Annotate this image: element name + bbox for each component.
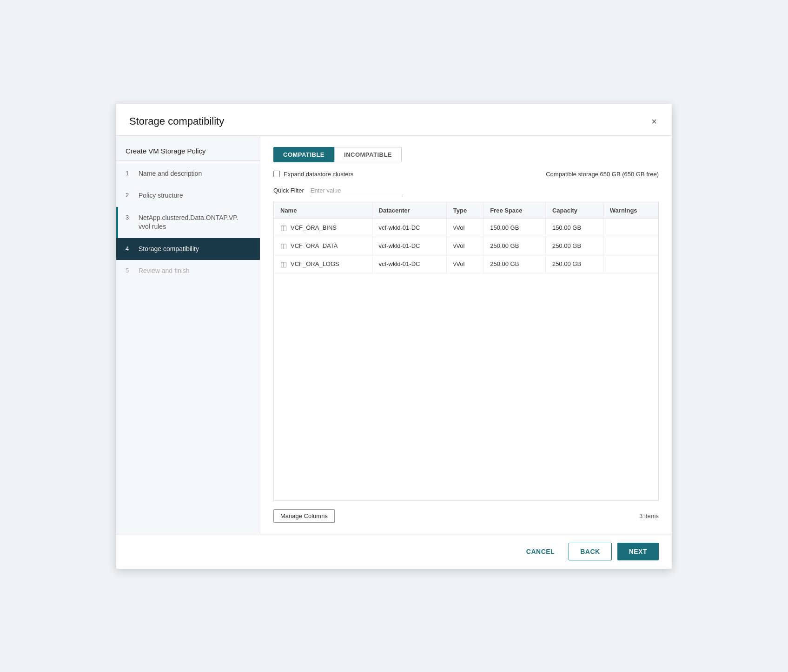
- col-header-type: Type: [446, 202, 483, 219]
- cell-capacity: 150.00 GB: [545, 219, 603, 237]
- step-5-label: Review and finish: [139, 266, 190, 276]
- col-header-name: Name: [274, 202, 372, 219]
- name-value: VCF_ORA_BINS: [291, 224, 337, 231]
- datastore-icon: ◫: [280, 260, 287, 268]
- cell-type: vVol: [446, 237, 483, 255]
- sidebar-item-vvol-rules[interactable]: 3 NetApp.clustered.Data.ONTAP.VP.vvol ru…: [116, 207, 260, 238]
- table-footer: Manage Columns 3 items: [273, 505, 659, 523]
- expand-datastore-checkbox[interactable]: [273, 171, 280, 177]
- name-value: VCF_ORA_LOGS: [291, 260, 339, 267]
- items-count: 3 items: [639, 512, 659, 519]
- tab-group: COMPATIBLE INCOMPATIBLE: [273, 147, 659, 162]
- back-button[interactable]: BACK: [569, 543, 611, 560]
- tab-incompatible[interactable]: INCOMPATIBLE: [334, 147, 402, 162]
- dialog-footer: CANCEL BACK NEXT: [116, 534, 672, 569]
- name-value: VCF_ORA_DATA: [291, 242, 338, 249]
- tab-compatible[interactable]: COMPATIBLE: [273, 147, 334, 162]
- table-header-row: Name Datacenter Type Free Space Capacity…: [274, 202, 658, 219]
- sidebar: Create VM Storage Policy 1 Name and desc…: [116, 136, 260, 534]
- quick-filter-input[interactable]: [310, 185, 403, 196]
- cell-warnings: [603, 237, 658, 255]
- table-row[interactable]: ◫ VCF_ORA_BINS vcf-wkld-01-DC vVol 150.0…: [274, 219, 658, 237]
- table-body: ◫ VCF_ORA_BINS vcf-wkld-01-DC vVol 150.0…: [274, 219, 658, 273]
- cell-type: vVol: [446, 255, 483, 273]
- sidebar-item-policy-structure[interactable]: 2 Policy structure: [116, 185, 260, 207]
- cell-datacenter: vcf-wkld-01-DC: [372, 237, 446, 255]
- active-bar: [116, 207, 118, 238]
- step-4-label: Storage compatibility: [139, 245, 199, 254]
- table-row[interactable]: ◫ VCF_ORA_LOGS vcf-wkld-01-DC vVol 250.0…: [274, 255, 658, 273]
- compatible-storage-info: Compatible storage 650 GB (650 GB free): [546, 171, 659, 178]
- cell-capacity: 250.00 GB: [545, 255, 603, 273]
- step-2-number: 2: [126, 191, 133, 199]
- main-content: COMPATIBLE INCOMPATIBLE Expand datastore…: [260, 136, 672, 534]
- compatibility-table: Name Datacenter Type Free Space Capacity…: [274, 202, 658, 273]
- close-button[interactable]: ×: [649, 115, 659, 128]
- cell-name: ◫ VCF_ORA_BINS: [274, 219, 372, 237]
- step-2-label: Policy structure: [139, 191, 183, 200]
- cell-warnings: [603, 219, 658, 237]
- step-1-label: Name and description: [139, 169, 202, 179]
- cell-datacenter: vcf-wkld-01-DC: [372, 255, 446, 273]
- col-header-free-space: Free Space: [483, 202, 546, 219]
- dialog-title: Storage compatibility: [129, 115, 224, 127]
- sidebar-title: Create VM Storage Policy: [126, 147, 206, 155]
- next-button[interactable]: NEXT: [617, 543, 659, 560]
- dialog-body: Create VM Storage Policy 1 Name and desc…: [116, 136, 672, 534]
- sidebar-item-storage-compatibility[interactable]: 4 Storage compatibility: [116, 238, 260, 260]
- expand-datastore-row: Expand datastore clusters Compatible sto…: [273, 171, 659, 178]
- col-header-warnings: Warnings: [603, 202, 658, 219]
- cell-type: vVol: [446, 219, 483, 237]
- quick-filter-label: Quick Filter: [273, 187, 304, 194]
- manage-columns-button[interactable]: Manage Columns: [273, 509, 335, 523]
- cell-free-space: 250.00 GB: [483, 237, 546, 255]
- cell-free-space: 250.00 GB: [483, 255, 546, 273]
- col-header-datacenter: Datacenter: [372, 202, 446, 219]
- col-header-capacity: Capacity: [545, 202, 603, 219]
- step-1-number: 1: [126, 169, 133, 177]
- step-5-number: 5: [126, 266, 133, 274]
- expand-datastore-label[interactable]: Expand datastore clusters: [284, 171, 353, 178]
- step-3-number: 3: [126, 213, 133, 221]
- cell-name: ◫ VCF_ORA_LOGS: [274, 255, 372, 273]
- cancel-button[interactable]: CANCEL: [518, 543, 563, 560]
- cell-datacenter: vcf-wkld-01-DC: [372, 219, 446, 237]
- compatibility-table-container: Name Datacenter Type Free Space Capacity…: [273, 202, 659, 501]
- cell-warnings: [603, 255, 658, 273]
- create-vm-storage-policy-dialog: Storage compatibility × Create VM Storag…: [116, 104, 672, 569]
- cell-capacity: 250.00 GB: [545, 237, 603, 255]
- sidebar-item-review-finish: 5 Review and finish: [116, 260, 260, 282]
- cell-free-space: 150.00 GB: [483, 219, 546, 237]
- sidebar-item-name-description[interactable]: 1 Name and description: [116, 163, 260, 185]
- quick-filter-row: Quick Filter: [273, 185, 659, 196]
- datastore-icon: ◫: [280, 224, 287, 232]
- dialog-header: Storage compatibility ×: [116, 104, 672, 136]
- cell-name: ◫ VCF_ORA_DATA: [274, 237, 372, 255]
- step-3-label: NetApp.clustered.Data.ONTAP.VP.vvol rule…: [139, 213, 238, 232]
- datastore-icon: ◫: [280, 242, 287, 250]
- table-row[interactable]: ◫ VCF_ORA_DATA vcf-wkld-01-DC vVol 250.0…: [274, 237, 658, 255]
- step-4-number: 4: [126, 245, 133, 252]
